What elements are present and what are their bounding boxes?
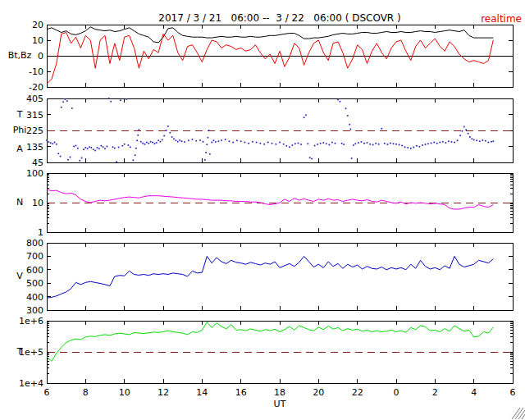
y-tick-label: 405 xyxy=(26,94,43,104)
y-tick-label: 400 xyxy=(26,292,43,303)
x-tick-label: 0 xyxy=(394,387,399,398)
x-tick-label: 4 xyxy=(471,387,477,398)
x-tick-label: 6 xyxy=(510,387,516,398)
dscovr-solar-wind-plot: 2017 / 3 / 21 06:00 -- 3 / 22 06:00 ( DS… xyxy=(0,0,525,420)
tick-marks xyxy=(47,243,513,310)
plot-canvas: 20100-10-2040531522513545100101800700600… xyxy=(0,0,525,420)
y-tick-label: 225 xyxy=(26,126,43,136)
x-tick-label: 2 xyxy=(432,387,438,398)
x-tick-label: 6 xyxy=(44,387,50,398)
x-tick-label: 10 xyxy=(119,387,130,398)
y-tick-label: 45 xyxy=(32,158,43,168)
panel-frame xyxy=(47,243,513,310)
y-tick-label: 1e+5 xyxy=(19,347,43,358)
y-tick-label: 1e+4 xyxy=(19,378,43,389)
panel-t: 1e+61e+51e+4 xyxy=(19,316,513,389)
x-axis-tick-labels: 68101214161820220246 xyxy=(44,387,516,398)
y-tick-label: 10 xyxy=(32,35,43,46)
y-tick-label: -20 xyxy=(29,82,43,93)
series-bz-line xyxy=(47,33,493,84)
series-n-line xyxy=(47,189,493,209)
y-tick-label: 135 xyxy=(26,142,43,153)
panel-n: 100101 xyxy=(26,168,513,238)
y-tick-label: 300 xyxy=(26,305,43,316)
y-tick-label: -10 xyxy=(29,66,43,77)
y-tick-label: 100 xyxy=(26,168,43,179)
x-tick-label: 16 xyxy=(235,387,247,398)
x-tick-label: 12 xyxy=(158,387,169,398)
x-tick-label: 18 xyxy=(274,387,285,398)
x-tick-label: 8 xyxy=(83,387,89,398)
panel-phi: 40531522513545 xyxy=(26,94,513,168)
y-tick-label: 1 xyxy=(38,227,43,238)
x-tick-label: 20 xyxy=(313,387,324,398)
panel-v: 800700600500400300 xyxy=(26,238,513,316)
y-tick-label: 1e+6 xyxy=(19,316,43,326)
y-tick-label: 500 xyxy=(26,278,43,289)
series-bt-line xyxy=(47,27,493,43)
x-tick-label: 22 xyxy=(352,387,363,398)
x-tick-label: 14 xyxy=(196,387,208,398)
y-tick-label: 0 xyxy=(38,51,43,62)
y-tick-label: 800 xyxy=(26,238,43,249)
y-tick-label: 10 xyxy=(32,198,43,208)
y-tick-label: 600 xyxy=(26,265,43,276)
corner-hatch-mark xyxy=(512,408,525,419)
series-v-line xyxy=(47,256,493,298)
y-tick-label: 700 xyxy=(26,251,43,262)
y-tick-label: 20 xyxy=(32,20,43,30)
series-t-line xyxy=(47,322,493,362)
y-tick-label: 315 xyxy=(26,110,43,121)
panel-bt-bz: 20100-10-20 xyxy=(29,20,513,93)
